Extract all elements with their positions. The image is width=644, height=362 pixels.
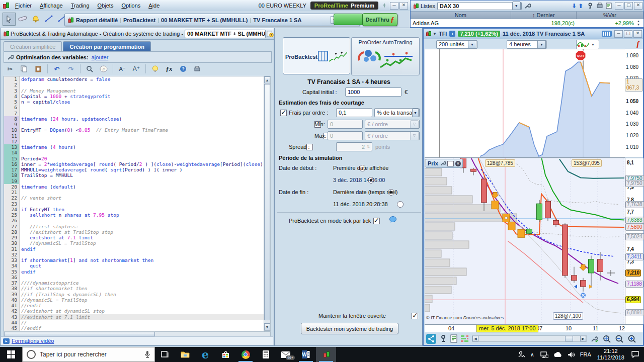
candle[interactable] (572, 267, 577, 283)
store-icon[interactable] (215, 347, 235, 362)
candle[interactable] (581, 278, 586, 292)
menu-trading[interactable]: Trading (67, 2, 94, 10)
share-icon[interactable] (426, 334, 436, 344)
undo-icon[interactable]: ↶ (51, 63, 63, 75)
zoom-fit-icon[interactable] (602, 334, 611, 343)
alert-bell-icon[interactable] (30, 13, 42, 25)
candle[interactable] (562, 223, 568, 278)
menu-options[interactable]: Options (117, 2, 144, 10)
code-line-10[interactable]: 10EntryMT = DOpen(0) <8.05 // Entry Mast… (4, 127, 264, 133)
list-settings-wrench-icon[interactable] (524, 3, 531, 10)
tab-probacktest[interactable]: ProBacktest (283, 37, 350, 74)
minimize-button[interactable]: ─ (390, 2, 398, 10)
font-smaller-icon[interactable]: A⁻ (116, 63, 128, 75)
min-unit-select[interactable]: € / ordre▽ (365, 120, 420, 129)
menu-affichage[interactable]: Affichage (36, 2, 67, 10)
print-icon[interactable] (596, 3, 603, 9)
redo-icon[interactable]: ↷ (65, 63, 77, 75)
task-view-button[interactable] (155, 347, 175, 362)
min-input[interactable]: 0 (328, 120, 363, 129)
code-line-31[interactable]: 31endif (4, 246, 264, 252)
keyboard-icon[interactable] (602, 31, 612, 37)
tray-onedrive-icon[interactable] (553, 352, 562, 357)
keep-open-checkbox[interactable] (412, 313, 418, 319)
price-pane[interactable]: 128@7,785153@7,095128@7,100Prix✕© IT-Fin… (425, 158, 625, 324)
system-name-input[interactable]: 00 MARKET MTF + SL (MMHULL) (185, 30, 266, 38)
move-up-icon[interactable]: ⬆ (578, 3, 583, 10)
pane-settings-wrench-icon[interactable] (440, 160, 446, 166)
chart-type-button[interactable]: ▼ (576, 40, 599, 49)
column-header-nom[interactable]: Nom (411, 12, 511, 19)
code-line-19[interactable]: 19 (4, 178, 264, 184)
system-help-icon[interactable]: ? (267, 30, 274, 38)
chart-close-button[interactable]: ✕ (633, 30, 642, 38)
backtest-button[interactable]: Backtester mon système de trading (301, 323, 398, 334)
link-chart-icon[interactable] (439, 334, 447, 343)
code-line-17[interactable]: 17MMHULL=weightedaverage[ round( sqrt(Pe… (4, 167, 264, 172)
code-line-24[interactable]: 24if EntryMT then (4, 207, 264, 212)
code-line-43[interactable]: 43//exitshort at 7.1 limit (4, 314, 264, 320)
end-custom-date-radio[interactable] (397, 201, 404, 208)
code-line-45[interactable]: 45//endif (4, 325, 264, 331)
code-line-18[interactable]: 18TrailStop = MMHULL (4, 172, 264, 178)
comment-icon[interactable]: // (98, 63, 110, 75)
scroll-up-arrow[interactable]: ▲ (264, 76, 270, 83)
equity-pane[interactable]: QUIT (425, 49, 625, 158)
paste-icon[interactable] (32, 63, 44, 75)
code-line-7[interactable]: 7 (4, 111, 264, 116)
tab-cr-ation-simplifi-e[interactable]: Création simplifiée (4, 41, 62, 51)
code-line-35[interactable]: 35endif (4, 269, 264, 275)
chrome-icon[interactable] (235, 347, 256, 362)
code-line-3[interactable]: 3// Money Management (4, 88, 264, 94)
menu-objets[interactable]: Objets (94, 2, 118, 10)
dealthru-f-icon[interactable]: ƒ (636, 40, 640, 49)
code-line-38[interactable]: 38//if shortonmarket then (4, 286, 264, 291)
units-select[interactable]: 200 unités▼ (436, 40, 477, 49)
code-line-21[interactable]: 21 (4, 190, 264, 195)
period-select[interactable]: 4 heures▼ (507, 40, 547, 49)
candle[interactable] (471, 168, 476, 175)
capital-input[interactable]: 1000 (345, 87, 401, 97)
code-editor[interactable]: 1defparam cumulateorders = false23// Mon… (4, 76, 265, 332)
quit-marker[interactable]: QUIT (576, 50, 586, 60)
code-line-20[interactable]: 20timeframe (default) (4, 184, 264, 190)
code-line-44[interactable]: 44// (4, 320, 264, 325)
max-input[interactable]: 0 (328, 131, 363, 140)
fees-input[interactable]: 0,1 (336, 108, 372, 117)
code-line-36[interactable]: 36 (4, 275, 264, 280)
order-marker[interactable] (492, 201, 499, 209)
cursor-icon[interactable] (3, 13, 16, 26)
tray-key-user-icon[interactable] (518, 351, 525, 358)
tab-proorder[interactable]: ProOrder AutoTrading (351, 37, 420, 75)
chart-minimize-button[interactable]: ─ (614, 30, 623, 38)
edge-icon[interactable]: e (195, 347, 215, 362)
chart-maximize-button[interactable]: ▢ (624, 30, 632, 38)
fees-checkbox[interactable] (280, 110, 287, 116)
candle[interactable] (589, 256, 594, 288)
code-line-34[interactable]: 34 quit (4, 263, 264, 268)
start-button[interactable] (0, 347, 22, 362)
prorealtime-taskbar-icon[interactable] (316, 347, 336, 362)
tray-language-label[interactable]: FRA (580, 351, 591, 357)
list-select[interactable]: DAX 30▼ (437, 2, 522, 10)
code-line-9[interactable]: 9 (4, 122, 264, 127)
cell-nom[interactable]: Adidas AG (411, 20, 513, 26)
tick-mode-bubble-icon[interactable] (389, 216, 397, 223)
cell-dernier[interactable]: 198,20(c) (513, 20, 575, 26)
code-line-32[interactable]: 32 (4, 252, 264, 257)
code-line-8[interactable]: 8timeframe (24 hours, updateonclose) (4, 116, 264, 122)
tray-volume-icon[interactable] (568, 351, 575, 358)
code-line-29[interactable]: 29 exitshort at 7.1 limit (4, 235, 264, 240)
calculator-icon[interactable] (256, 347, 276, 362)
code-line-25[interactable]: 25 sellshort n shares at 7.95 stop (4, 212, 264, 218)
code-line-37[interactable]: 37////dynamicstopprice (4, 280, 264, 286)
code-line-1[interactable]: 1defparam cumulateorders = false (4, 76, 264, 82)
code-vscrollbar[interactable]: ▲ ▼ (264, 76, 271, 331)
help-icon[interactable]: ? (177, 63, 189, 75)
spinner-icon[interactable]: ⇅ (367, 145, 370, 149)
formations-video-link[interactable]: Formations vidéo (12, 338, 54, 344)
depth-bars-icon[interactable] (460, 334, 469, 343)
print-code-icon[interactable] (191, 63, 203, 75)
lists-table-row[interactable]: Adidas AG198,20(c)+2,99%▲▼ (411, 19, 643, 27)
tray-network-icon[interactable] (540, 351, 548, 358)
